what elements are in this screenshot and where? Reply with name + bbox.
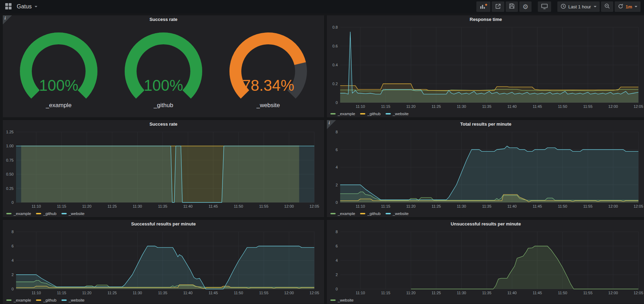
time-range-picker[interactable]: Last 1 hour (557, 1, 600, 12)
svg-text:11:30: 11:30 (457, 291, 466, 295)
legend-item-_website[interactable]: _website (61, 298, 85, 302)
svg-text:11:45: 11:45 (533, 104, 542, 109)
svg-text:11:20: 11:20 (406, 291, 416, 295)
apps-menu-button[interactable] (3, 1, 13, 12)
svg-text:11:30: 11:30 (457, 204, 466, 208)
panel-title[interactable]: Successful results per minute (3, 220, 324, 228)
svg-text:12:05: 12:05 (634, 291, 643, 295)
add-panel-icon (480, 3, 487, 10)
time-series-plot[interactable]: 0246811:1011:1511:2011:2511:3011:3511:40… (3, 228, 324, 297)
chart-legend: _example_github_website (3, 297, 324, 304)
legend-item-_github[interactable]: _github (36, 212, 57, 216)
svg-text:12:05: 12:05 (634, 104, 643, 109)
navbar: Gatus ⚙ (0, 0, 644, 13)
svg-text:11:10: 11:10 (356, 204, 365, 208)
svg-text:12:00: 12:00 (284, 291, 294, 295)
gauge-_github: 100%_github (111, 31, 216, 109)
svg-text:8: 8 (12, 230, 14, 234)
legend-item-_website[interactable]: _website (330, 298, 353, 302)
panel-title[interactable]: Response time (327, 15, 644, 24)
svg-text:11:50: 11:50 (558, 104, 568, 109)
gauge-value: 78.34% (242, 77, 294, 94)
legend-item-_website[interactable]: _website (386, 112, 409, 116)
svg-text:1.25: 1.25 (6, 130, 14, 134)
legend-swatch (360, 213, 365, 214)
svg-text:6: 6 (336, 244, 338, 248)
svg-text:11:10: 11:10 (356, 104, 365, 109)
panel-title[interactable]: Total results per minute (327, 120, 644, 128)
svg-text:11:25: 11:25 (432, 204, 441, 208)
time-series-plot[interactable]: 00.20.40.60.811:1011:1511:2011:2511:3011… (327, 24, 644, 110)
refresh-picker[interactable]: 1m (615, 1, 641, 12)
svg-text:11:20: 11:20 (406, 104, 416, 109)
svg-text:12:05: 12:05 (309, 204, 319, 208)
save-button[interactable] (506, 1, 518, 12)
svg-text:2: 2 (336, 183, 338, 187)
svg-text:11:35: 11:35 (482, 204, 491, 208)
svg-text:11:45: 11:45 (208, 204, 218, 208)
panel-unsuccessful-results: Unsuccessful results per minute 0246811:… (327, 220, 644, 304)
svg-text:8: 8 (336, 130, 338, 134)
zoom-out-button[interactable] (601, 1, 613, 12)
svg-text:11:10: 11:10 (356, 291, 365, 295)
panel-info-corner[interactable]: i (327, 120, 336, 129)
panel-info-corner[interactable]: i (3, 15, 12, 24)
panel-title[interactable]: Success rate (3, 15, 324, 24)
svg-text:0.25: 0.25 (6, 186, 14, 191)
panel-title[interactable]: Success rate (3, 120, 324, 128)
legend-item-_github[interactable]: _github (360, 112, 381, 116)
caret-down-icon (35, 6, 37, 7)
svg-text:11:40: 11:40 (507, 104, 517, 109)
legend-item-_website[interactable]: _website (386, 212, 409, 216)
svg-text:11:20: 11:20 (406, 204, 416, 208)
svg-text:0: 0 (336, 101, 338, 105)
time-series-plot[interactable]: 00.250.500.751.001.2511:1011:1511:2011:2… (3, 128, 324, 210)
legend-swatch (36, 299, 41, 301)
time-series-plot[interactable]: 0246811:1011:1511:2011:2511:3011:3511:40… (327, 128, 644, 210)
svg-text:11:10: 11:10 (32, 204, 41, 208)
legend-item-_example[interactable]: _example (330, 112, 355, 116)
gauge-_example: 100%_example (6, 31, 111, 109)
svg-text:11:30: 11:30 (457, 104, 466, 109)
info-icon: i (5, 16, 6, 21)
svg-text:11:15: 11:15 (381, 291, 390, 295)
svg-text:0.4: 0.4 (332, 63, 338, 67)
panel-successful-results: Successful results per minute 0246811:10… (3, 220, 324, 304)
legend-swatch (36, 213, 41, 214)
add-panel-button[interactable] (476, 1, 490, 12)
svg-text:11:25: 11:25 (432, 104, 441, 109)
svg-text:6: 6 (12, 244, 14, 248)
gauge-value: 100% (144, 77, 183, 94)
share-button[interactable] (492, 1, 504, 12)
legend-swatch (330, 113, 336, 114)
save-icon (509, 3, 515, 10)
share-icon (495, 3, 501, 10)
settings-button[interactable]: ⚙ (519, 1, 532, 12)
svg-text:6: 6 (336, 148, 338, 152)
legend-item-_github[interactable]: _github (360, 212, 381, 216)
time-series-plot[interactable]: 0246811:1011:1511:2011:2511:3011:3511:40… (327, 228, 644, 297)
panel-title[interactable]: Unsuccessful results per minute (327, 220, 644, 228)
chart-legend: _example_github_website (3, 210, 324, 217)
legend-item-_github[interactable]: _github (36, 298, 57, 302)
svg-text:11:25: 11:25 (432, 291, 441, 295)
svg-text:11:55: 11:55 (259, 291, 269, 295)
legend-swatch (61, 213, 67, 214)
dashboard-title: Gatus (17, 3, 32, 10)
svg-text:11:50: 11:50 (558, 204, 568, 208)
legend-item-_example[interactable]: _example (6, 298, 31, 302)
legend-item-_example[interactable]: _example (330, 212, 355, 216)
caret-down-icon (594, 6, 597, 7)
svg-text:11:15: 11:15 (381, 204, 390, 208)
svg-text:11:30: 11:30 (133, 291, 142, 295)
cycle-view-mode-button[interactable] (538, 1, 551, 12)
svg-text:11:40: 11:40 (183, 291, 193, 295)
svg-text:11:40: 11:40 (507, 204, 517, 208)
gauge-label: _example (46, 102, 72, 109)
dashboard-title-dropdown[interactable]: Gatus (17, 3, 37, 10)
svg-text:11:55: 11:55 (259, 204, 269, 208)
navbar-left: Gatus (3, 1, 37, 12)
legend-item-_website[interactable]: _website (61, 212, 85, 216)
chart-legend: _example_github_website (327, 110, 644, 117)
legend-item-_example[interactable]: _example (6, 212, 31, 216)
